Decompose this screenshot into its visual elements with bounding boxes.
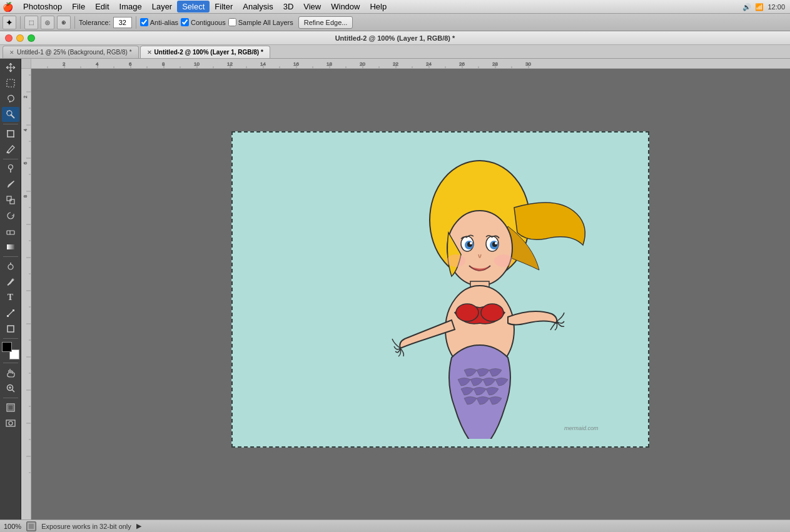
foreground-color-swatch[interactable]	[2, 342, 12, 352]
tolerance-input[interactable]	[113, 17, 132, 28]
system-icon-1[interactable]: 🔊	[742, 3, 751, 11]
tool-brush[interactable]	[2, 177, 19, 192]
svg-text:8: 8	[23, 195, 28, 198]
svg-text:26: 26	[459, 61, 465, 67]
toolbar-separator-2	[74, 16, 75, 29]
menu-filter[interactable]: Filter	[210, 1, 238, 13]
tab-label-1: Untitled-1 @ 25% (Background, RGB/8) *	[17, 49, 132, 56]
tool-heal[interactable]	[2, 161, 19, 176]
tool-eyedropper[interactable]	[2, 142, 19, 157]
svg-text:6: 6	[23, 162, 28, 164]
tolerance-label: Tolerance:	[79, 19, 111, 26]
sample-size-btn[interactable]: ⬚	[24, 16, 38, 29]
refine-edge-button[interactable]: Refine Edge...	[298, 16, 353, 29]
sample-all-layers-group: Sample All Layers	[228, 18, 293, 26]
contiguous-label: Contiguous	[191, 19, 226, 26]
svg-text:10: 10	[194, 61, 200, 67]
svg-point-28	[9, 421, 13, 425]
close-window-button[interactable]	[5, 34, 13, 42]
tab-close-icon-2[interactable]: ✕	[147, 49, 152, 56]
tool-separator-2	[3, 159, 18, 159]
menu-edit[interactable]: Edit	[90, 1, 114, 13]
menu-file[interactable]: File	[67, 1, 90, 13]
contiguous-checkbox[interactable]	[181, 18, 189, 26]
status-arrow-btn[interactable]: ▶	[136, 522, 141, 530]
menu-select[interactable]: Select	[177, 1, 210, 13]
tool-separator-4	[3, 338, 18, 339]
system-icon-2[interactable]: 📶	[755, 3, 764, 11]
tab-untitled2[interactable]: ✕ Untitled-2 @ 100% (Layer 1, RGB/8) *	[140, 46, 270, 58]
tool-screenmodes[interactable]	[2, 416, 19, 431]
tool-zoom[interactable]	[2, 381, 19, 396]
tool-hand[interactable]	[2, 365, 19, 380]
tool-gradient[interactable]	[2, 239, 19, 254]
traffic-lights	[5, 34, 35, 42]
tool-separator-6	[3, 398, 18, 398]
svg-point-120	[481, 304, 504, 321]
svg-text:12: 12	[227, 61, 233, 67]
tool-magic-wand[interactable]	[2, 107, 19, 122]
sample-point-btn[interactable]: ⊕	[57, 16, 71, 29]
tool-eraser[interactable]	[2, 224, 19, 239]
tool-move[interactable]	[2, 60, 19, 75]
svg-text:2: 2	[63, 61, 66, 67]
window-title: Untitled-2 @ 100% (Layer 1, RGB/8) *	[335, 34, 455, 42]
toolbar-separator-3	[136, 16, 136, 29]
menu-3d[interactable]: 3D	[278, 1, 299, 13]
tool-shape[interactable]	[2, 321, 19, 336]
tool-marquee[interactable]	[2, 76, 19, 91]
tool-options-icon[interactable]: ✦	[3, 16, 16, 29]
tool-lasso[interactable]	[2, 91, 19, 106]
tool-separator-1	[3, 124, 18, 124]
tool-history[interactable]	[2, 208, 19, 223]
svg-text:8: 8	[162, 61, 165, 67]
menu-window[interactable]: Window	[326, 1, 365, 13]
minimize-window-button[interactable]	[16, 34, 24, 42]
svg-point-6	[7, 151, 9, 153]
svg-text:2: 2	[23, 96, 28, 98]
anti-alias-label: Anti-alias	[150, 19, 178, 26]
svg-point-119	[456, 304, 479, 321]
menu-layer[interactable]: Layer	[147, 1, 178, 13]
status-bar: 100% Exposure works in 32-bit only ▶	[0, 519, 790, 532]
svg-text:24: 24	[426, 61, 432, 67]
svg-text:18: 18	[327, 61, 332, 67]
svg-rect-0	[7, 79, 14, 87]
anti-alias-checkbox[interactable]	[140, 18, 148, 26]
fg-bg-colors[interactable]	[2, 342, 19, 359]
svg-point-115	[447, 254, 465, 267]
menu-photoshop[interactable]: Photoshop	[18, 1, 67, 13]
tab-close-icon-1[interactable]: ✕	[9, 49, 14, 56]
system-icons: 🔊 📶 12:00	[742, 0, 785, 14]
menu-image[interactable]: Image	[114, 1, 147, 13]
svg-text:22: 22	[393, 61, 398, 67]
menu-analysis[interactable]: Analysis	[238, 1, 278, 13]
svg-point-14	[8, 264, 13, 269]
apple-logo-icon[interactable]: 🍎	[3, 2, 13, 12]
image-canvas: mermaid.com	[231, 131, 649, 448]
tool-crop[interactable]	[2, 126, 19, 141]
svg-text:30: 30	[525, 61, 531, 67]
tool-path[interactable]	[2, 306, 19, 321]
tool-type[interactable]: T	[2, 290, 19, 305]
tool-clone[interactable]	[2, 193, 19, 208]
tool-quickmask[interactable]	[2, 400, 19, 415]
menu-help[interactable]: Help	[365, 1, 392, 13]
sample-all-layers-checkbox[interactable]	[228, 18, 236, 26]
svg-rect-13	[7, 244, 14, 249]
svg-point-114	[495, 242, 497, 244]
toolbar: ✦ ⬚ ◎ ⊕ Tolerance: Anti-alias Contiguous…	[0, 14, 790, 31]
menu-view[interactable]: View	[298, 1, 326, 13]
svg-text:6: 6	[129, 61, 132, 67]
tool-pen[interactable]	[2, 274, 19, 289]
sample-ring-btn[interactable]: ◎	[41, 16, 54, 29]
tab-untitled1[interactable]: ✕ Untitled-1 @ 25% (Background, RGB/8) *	[3, 46, 139, 58]
tool-dodge[interactable]	[2, 259, 19, 274]
contiguous-group: Contiguous	[181, 18, 226, 26]
svg-rect-75	[21, 59, 31, 519]
mermaid-artwork: mermaid.com	[295, 145, 649, 439]
svg-text:16: 16	[293, 61, 299, 67]
status-document-icon[interactable]	[26, 521, 36, 531]
maximize-window-button[interactable]	[28, 34, 35, 42]
svg-rect-123	[28, 523, 34, 529]
